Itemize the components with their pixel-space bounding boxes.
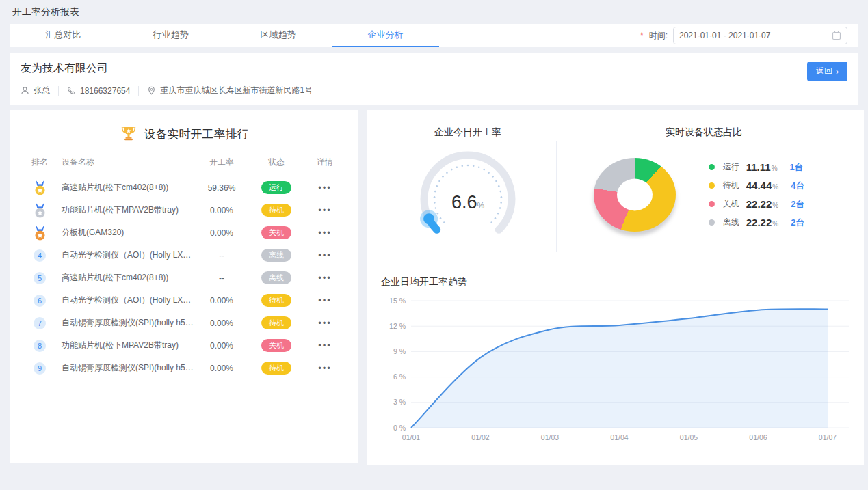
tab-bar: 汇总对比 行业趋势 区域趋势 企业分析 * 时间: <box>10 24 858 47</box>
phone-number: 18166327654 <box>80 86 130 96</box>
legend-device-count[interactable]: 2台 <box>791 217 814 229</box>
svg-text:01/06: 01/06 <box>749 433 767 441</box>
status-badge: 待机 <box>261 204 291 217</box>
device-name: 功能贴片机(松下MPAV2B带tray) <box>56 204 196 216</box>
medal-icon <box>34 225 46 241</box>
svg-text:01/03: 01/03 <box>541 433 559 441</box>
contact-address: 重庆市重庆城区长寿区新市街道新民路1号 <box>147 85 313 96</box>
legend-percent-unit: % <box>772 183 778 191</box>
device-rate: 0.00% <box>196 341 248 351</box>
gauge-title: 企业今日开工率 <box>434 121 501 139</box>
ranking-title: 设备实时开工率排行 <box>144 126 249 142</box>
table-row: 功能贴片机(松下MPAV2B带tray) 0.00% 待机 ••• <box>23 199 345 221</box>
gauge-value: 6.6 <box>451 192 477 213</box>
status-donut-section: 实时设备状态占比 运行 11.11% 1台 待机 44.44% 4台 关机 <box>556 121 852 258</box>
device-rate: -- <box>196 251 248 260</box>
status-badge: 待机 <box>261 316 291 329</box>
svg-text:0 %: 0 % <box>393 424 406 432</box>
svg-text:01/04: 01/04 <box>610 433 628 441</box>
required-mark: * <box>640 31 644 40</box>
column-device-name: 设备名称 <box>56 156 196 168</box>
contact-person: 张总 <box>21 85 50 96</box>
detail-button[interactable]: ••• <box>318 205 332 215</box>
divider <box>58 86 59 96</box>
trend-chart: 0 %3 %6 %9 %12 %15 %01/0101/0201/0301/04… <box>380 288 852 459</box>
svg-text:9 %: 9 % <box>393 347 406 355</box>
legend-percent-unit: % <box>772 202 778 209</box>
table-row: 5 高速贴片机(松下cm402(8+8)) -- 离线 ••• <box>23 267 345 289</box>
status-badge: 运行 <box>261 181 291 194</box>
status-badge: 离线 <box>261 249 291 262</box>
device-rate: 0.00% <box>196 318 248 328</box>
company-info-bar: 友为技术有限公司 张总 18166327654 <box>10 53 858 105</box>
status-donut-chart <box>594 158 676 232</box>
rank-number: 5 <box>34 272 46 284</box>
medal-icon <box>34 180 46 196</box>
company-name: 友为技术有限公司 <box>21 62 847 76</box>
rank-number: 6 <box>34 295 46 307</box>
rank-number: 9 <box>34 362 46 375</box>
legend-item: 待机 44.44% 4台 <box>709 180 814 192</box>
trend-title: 企业日均开工率趋势 <box>381 276 852 288</box>
status-badge: 关机 <box>261 226 291 239</box>
svg-text:6 %: 6 % <box>393 372 406 381</box>
detail-button[interactable]: ••• <box>318 250 332 260</box>
back-button[interactable]: 返回 › <box>807 62 847 81</box>
detail-button[interactable]: ••• <box>318 295 332 305</box>
device-rate: 0.00% <box>196 364 248 373</box>
tab-summary-compare[interactable]: 汇总对比 <box>10 24 117 47</box>
detail-button[interactable]: ••• <box>318 340 332 351</box>
phone-icon <box>67 86 76 95</box>
tab-enterprise-analysis[interactable]: 企业分析 <box>332 24 439 47</box>
device-name: 自动光学检测仪（AOI）(Holly LX520iL) <box>56 295 196 306</box>
divider <box>138 86 139 96</box>
legend-device-count[interactable]: 4台 <box>791 180 814 192</box>
legend-device-count[interactable]: 1台 <box>790 161 813 174</box>
table-row: 6 自动光学检测仪（AOI）(Holly LX520iL) 0.00% 待机 •… <box>23 289 345 312</box>
svg-text:01/02: 01/02 <box>471 433 489 441</box>
medal-icon <box>34 202 46 219</box>
legend-item: 关机 22.22% 2台 <box>709 198 814 210</box>
trophy-icon <box>120 125 137 143</box>
date-range-input[interactable] <box>673 27 847 44</box>
rank-number: 8 <box>34 340 46 352</box>
legend-dot <box>709 201 715 207</box>
tab-region-trend[interactable]: 区域趋势 <box>224 24 332 47</box>
chevron-right-icon: › <box>836 67 839 77</box>
gauge-unit: % <box>477 201 484 210</box>
status-badge: 离线 <box>261 271 291 284</box>
device-rate: 59.36% <box>196 183 248 193</box>
rank-number: 4 <box>34 249 46 262</box>
table-row: 9 自动锡膏厚度检测仪(SPI)(holly h510) 0.00% 待机 ••… <box>23 357 345 379</box>
calendar-icon[interactable] <box>832 31 841 40</box>
table-row: 4 自动光学检测仪（AOI）(Holly LX520iL) -- 离线 ••• <box>23 244 345 267</box>
legend-device-count[interactable]: 2台 <box>791 198 814 210</box>
legend-percent: 22.22 <box>746 217 772 228</box>
legend-dot <box>709 219 715 226</box>
detail-button[interactable]: ••• <box>318 273 332 283</box>
date-filter-label: 时间: <box>649 30 668 42</box>
page-title: 开工率分析报表 <box>0 0 868 24</box>
divider <box>556 141 557 252</box>
rank-number: 7 <box>34 317 46 329</box>
legend-percent-unit: % <box>772 165 778 172</box>
detail-button[interactable]: ••• <box>318 318 332 328</box>
ranking-rows: 高速贴片机(松下cm402(8+8)) 59.36% 运行 ••• 功能贴片机(… <box>23 176 345 379</box>
device-name: 自动锡膏厚度检测仪(SPI)(holly h510) <box>56 317 196 329</box>
legend-label: 关机 <box>723 198 746 210</box>
operating-rate-gauge: 6.6% <box>403 141 533 258</box>
device-name: 自动锡膏厚度检测仪(SPI)(holly h510) <box>56 362 196 374</box>
svg-text:01/01: 01/01 <box>402 433 420 441</box>
table-row: 高速贴片机(松下cm402(8+8)) 59.36% 运行 ••• <box>23 176 345 199</box>
date-range-value[interactable] <box>679 31 828 40</box>
svg-text:01/07: 01/07 <box>819 433 837 441</box>
device-ranking-card: 设备实时开工率排行 排名 设备名称 开工率 状态 详情 高速贴片机(松下cm40… <box>10 110 358 463</box>
detail-button[interactable]: ••• <box>318 228 332 238</box>
tab-industry-trend[interactable]: 行业趋势 <box>117 24 224 47</box>
table-row: 7 自动锡膏厚度检测仪(SPI)(holly h510) 0.00% 待机 ••… <box>23 312 345 334</box>
detail-button[interactable]: ••• <box>318 363 332 373</box>
svg-text:15 %: 15 % <box>389 297 406 305</box>
detail-button[interactable]: ••• <box>318 182 332 193</box>
legend-label: 待机 <box>723 180 746 191</box>
legend-percent: 11.11 <box>746 161 771 173</box>
